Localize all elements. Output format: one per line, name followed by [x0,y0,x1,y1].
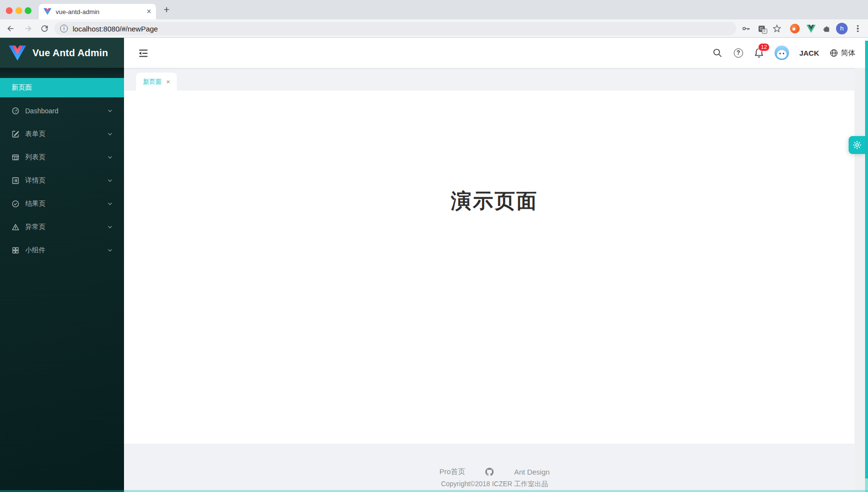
header-actions: ? 12 JACK 简体 [712,38,855,68]
app-title: Vue Antd Admin [32,47,108,59]
address-bar[interactable]: i localhost:8080/#/newPage [54,22,736,35]
username[interactable]: JACK [799,49,819,57]
notification-bell-icon[interactable]: 12 [754,47,764,58]
sidebar: Vue Antd Admin 新页面 Dashboard [0,38,124,492]
app-header: ? 12 JACK 简体 [124,38,868,68]
footer-link-antd[interactable]: Ant Design [514,468,549,476]
chevron-down-icon [108,178,112,183]
sidebar-item-form-pages[interactable]: 表单页 [0,124,124,144]
sidebar-item-label: 异常页 [25,223,46,231]
footer-links: Pro首页 Ant Design [439,467,550,477]
tab-close-icon[interactable]: × [147,8,151,15]
chevron-down-icon [108,108,112,113]
sidebar-item-label: 小组件 [25,246,46,255]
reload-icon[interactable] [40,24,49,33]
page-footer: Pro首页 Ant Design Copyright©2018 ICZER 工作… [124,444,865,492]
table-icon [12,154,19,161]
github-icon[interactable] [485,468,494,476]
gear-icon [852,140,862,150]
globe-icon [829,48,838,58]
menu-fold-icon[interactable] [138,47,149,59]
vue-favicon-icon [44,8,51,15]
window-minimize-button[interactable] [16,7,22,14]
scrollbar-track[interactable] [854,68,865,492]
notification-badge: 12 [758,43,770,51]
chevron-down-icon [108,132,112,137]
user-avatar[interactable] [775,46,789,60]
browser-menu-icon[interactable] [852,23,864,34]
sidebar-item-label: 详情页 [25,176,46,185]
page-tab-close-icon[interactable]: × [166,78,170,85]
bookmark-star-icon[interactable] [771,23,783,34]
browser-tab-title: vue-antd-admin [56,8,147,15]
chevron-down-icon [108,248,112,253]
browser-window: vue-antd-admin × + i localhost:8080/#/ne… [0,0,868,492]
sidebar-menu: 新页面 Dashboard 表单页 [0,68,124,260]
check-circle-icon [12,200,19,208]
vue-devtools-extension-icon[interactable] [805,23,817,34]
password-key-icon[interactable] [740,23,752,34]
vue-logo-icon [9,46,26,61]
page-tabbar: 新页面 × [124,68,868,91]
url-text: localhost:8080/#/newPage [73,25,158,33]
settings-button[interactable] [849,136,865,154]
chevron-down-icon [108,201,112,206]
page-tab-label: 新页面 [143,77,162,86]
browser-profile-avatar[interactable]: h [836,23,848,34]
help-icon[interactable]: ? [733,47,744,58]
main-content: 演示页面 [124,91,865,444]
extensions-puzzle-icon[interactable] [821,23,832,34]
language-label: 简体 [841,48,855,58]
window-maximize-button[interactable] [25,7,31,14]
appstore-icon [12,246,19,254]
footer-link-pro[interactable]: Pro首页 [439,467,465,477]
new-tab-button[interactable]: + [161,4,172,16]
page-title: 演示页面 [451,187,538,213]
dashboard-icon [12,107,19,115]
sidebar-item-label: 列表页 [25,153,46,162]
browser-tab[interactable]: vue-antd-admin × [39,4,156,19]
window-close-button[interactable] [6,7,13,14]
forward-icon[interactable] [23,24,33,33]
sidebar-item-label: Dashboard [25,107,59,115]
app-logo[interactable]: Vue Antd Admin [0,38,124,68]
copyright: Copyright©2018 ICZER 工作室出品 [124,480,865,489]
chevron-down-icon [108,155,112,160]
search-icon[interactable] [712,47,723,58]
sidebar-item-new-page[interactable]: 新页面 [0,78,124,97]
chevron-down-icon [108,225,112,230]
back-icon[interactable] [6,24,16,33]
sidebar-item-detail-pages[interactable]: 详情页 [0,171,124,190]
sidebar-item-dashboard[interactable]: Dashboard [0,101,124,121]
sidebar-item-label: 表单页 [25,130,46,138]
browser-tabstrip: vue-antd-admin × + [0,0,868,19]
sidebar-item-label: 新页面 [12,83,32,92]
warning-icon [12,223,19,231]
sidebar-item-list-pages[interactable]: 列表页 [0,148,124,167]
sidebar-item-label: 结果页 [25,200,46,208]
form-icon [12,130,19,138]
bottom-scrollbar[interactable] [0,490,868,492]
language-switcher[interactable]: 简体 [829,48,855,58]
page-info-icon[interactable]: i [60,25,68,32]
sidebar-item-result-pages[interactable]: 结果页 [0,194,124,214]
profile-icon [12,177,19,184]
translate-icon[interactable]: G文 [756,23,767,34]
page-tab-active[interactable]: 新页面 × [136,73,177,91]
theme-scrollbar-rail[interactable] [865,41,868,492]
sidebar-item-widgets[interactable]: 小组件 [0,241,124,260]
sidebar-item-exception-pages[interactable]: 异常页 [0,217,124,237]
extension-orange-icon[interactable] [789,23,801,34]
